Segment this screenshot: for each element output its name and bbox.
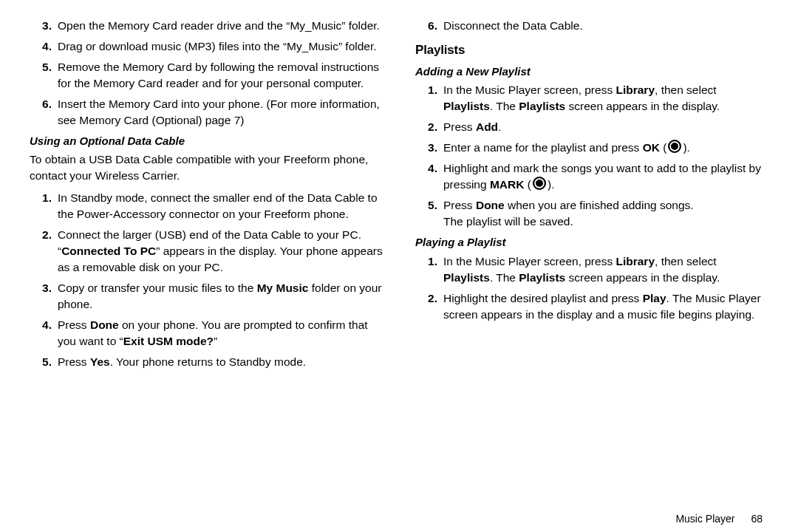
list-data-cable: 1.In Standby mode, connect the smaller e… — [30, 190, 383, 370]
list-number: 2. — [415, 119, 437, 135]
list-text: Copy or transfer your music files to the… — [58, 282, 382, 310]
list-text: Highlight and mark the songs you want to… — [443, 162, 761, 191]
list-number: 3. — [30, 280, 52, 296]
subheading-add-playlist: Adding a New Playlist — [415, 64, 768, 79]
list-text: In Standby mode, connect the smaller end… — [58, 191, 378, 220]
list-text: Disconnect the Data Cable. — [443, 19, 583, 32]
list-item: 3.Copy or transfer your music files to t… — [30, 280, 383, 313]
list-text: Press Yes. Your phone returns to Standby… — [58, 355, 306, 368]
list-play-playlist: 1.In the Music Player screen, press Libr… — [415, 253, 768, 323]
list-number: 5. — [30, 59, 52, 75]
left-column: 3.Open the Memory Card reader drive and … — [30, 18, 383, 508]
footer-page-number: 68 — [751, 513, 763, 525]
list-text: Press Done when you are finished adding … — [443, 199, 694, 228]
list-text: Remove the Memory Card by following the … — [58, 61, 379, 89]
subheading-play-playlist: Playing a Playlist — [415, 234, 768, 250]
list-add-playlist: 1.In the Music Player screen, press Libr… — [415, 82, 768, 230]
list-item: 2.Connect the larger (USB) end of the Da… — [30, 227, 383, 276]
list-number: 4. — [30, 38, 52, 55]
list-number: 5. — [415, 197, 437, 214]
center-key-icon — [533, 177, 546, 190]
list-text: Insert the Memory Card into your phone. … — [58, 98, 380, 126]
list-disconnect: 6.Disconnect the Data Cable. — [415, 18, 768, 34]
list-text: Highlight the desired playlist and press… — [443, 292, 761, 321]
list-item: 5.Remove the Memory Card by following th… — [30, 59, 383, 92]
list-number: 3. — [415, 140, 437, 156]
list-item: 1.In Standby mode, connect the smaller e… — [30, 190, 383, 222]
list-text: Enter a name for the playlist and press … — [443, 141, 690, 154]
list-item: 6.Disconnect the Data Cable. — [415, 18, 768, 34]
list-number: 1. — [415, 253, 437, 270]
paragraph-data-cable: To obtain a USB Data Cable compatible wi… — [30, 151, 383, 184]
list-number: 4. — [30, 317, 52, 333]
list-item: 5.Press Yes. Your phone returns to Stand… — [30, 354, 383, 370]
list-number: 2. — [30, 227, 52, 243]
list-item: 4.Drag or download music (MP3) files int… — [30, 38, 383, 55]
list-item: 2.Highlight the desired playlist and pre… — [415, 290, 768, 323]
list-item: 5.Press Done when you are finished addin… — [415, 197, 768, 230]
list-item: 3.Enter a name for the playlist and pres… — [415, 140, 768, 156]
list-number: 1. — [415, 82, 437, 98]
list-text: Press Add. — [443, 120, 501, 133]
list-item: 2.Press Add. — [415, 119, 768, 135]
manual-page: 3.Open the Memory Card reader drive and … — [0, 0, 798, 532]
heading-playlists: Playlists — [415, 41, 768, 59]
list-item: 3.Open the Memory Card reader drive and … — [30, 18, 383, 34]
list-number: 4. — [415, 160, 437, 177]
center-key-icon — [668, 140, 681, 153]
list-text: Open the Memory Card reader drive and th… — [58, 19, 380, 32]
list-number: 2. — [415, 290, 437, 307]
list-text: In the Music Player screen, press Librar… — [443, 255, 720, 284]
list-text: In the Music Player screen, press Librar… — [443, 83, 720, 112]
page-footer: Music Player 68 — [30, 513, 768, 525]
list-item: 4.Highlight and mark the songs you want … — [415, 160, 768, 193]
list-text: Press Done on your phone. You are prompt… — [58, 318, 368, 347]
list-item: 4.Press Done on your phone. You are prom… — [30, 317, 383, 349]
list-number: 6. — [415, 18, 437, 34]
list-number: 6. — [30, 96, 52, 112]
list-memory-card: 3.Open the Memory Card reader drive and … — [30, 18, 383, 129]
list-number: 3. — [30, 18, 52, 34]
list-item: 6.Insert the Memory Card into your phone… — [30, 96, 383, 129]
list-number: 5. — [30, 354, 52, 370]
footer-section: Music Player — [675, 513, 734, 525]
list-item: 1.In the Music Player screen, press Libr… — [415, 82, 768, 115]
subheading-data-cable: Using an Optional Data Cable — [30, 133, 383, 149]
list-text: Drag or download music (MP3) files into … — [58, 40, 377, 52]
right-column: 6.Disconnect the Data Cable. Playlists A… — [415, 18, 768, 508]
list-text: Connect the larger (USB) end of the Data… — [58, 228, 383, 273]
list-item: 1.In the Music Player screen, press Libr… — [415, 253, 768, 286]
list-number: 1. — [30, 190, 52, 206]
